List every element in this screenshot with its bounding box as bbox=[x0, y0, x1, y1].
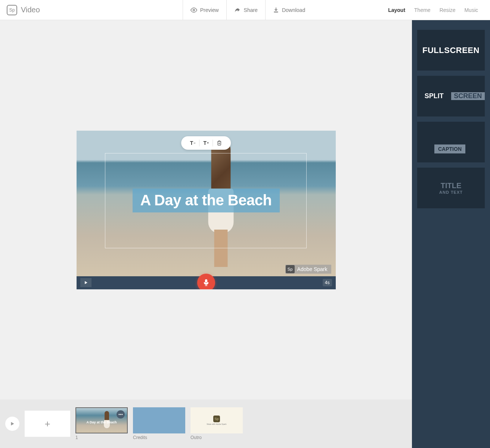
svg-point-2 bbox=[120, 414, 121, 415]
split-left-label: SPLIT bbox=[417, 92, 451, 100]
timeline-slide-outro[interactable]: Sp Made with Adobe Spark Outro bbox=[190, 407, 243, 440]
video-canvas[interactable]: A Day at the Beach T− T+ Sp Adobe Spark bbox=[77, 131, 336, 289]
download-button[interactable]: Download bbox=[265, 0, 313, 20]
svg-point-3 bbox=[122, 414, 123, 415]
header: Sp Video Preview Share Download Layout T… bbox=[0, 0, 490, 20]
slide-label: Credits bbox=[133, 435, 185, 440]
title-band[interactable]: A Day at the Beach bbox=[133, 189, 280, 212]
title-main-label: TITLE bbox=[441, 181, 462, 190]
slide-label: Outro bbox=[190, 435, 243, 440]
play-icon bbox=[84, 280, 88, 285]
watermark-text: Adobe Spark bbox=[295, 266, 331, 272]
preview-button[interactable]: Preview bbox=[183, 0, 226, 20]
microphone-icon bbox=[202, 279, 210, 286]
layout-option-fullscreen[interactable]: FULLSCREEN bbox=[417, 30, 485, 71]
outro-text: Made with Adobe Spark bbox=[207, 423, 227, 425]
slide-duration[interactable]: 4s bbox=[323, 279, 332, 286]
text-larger-button[interactable]: T+ bbox=[200, 140, 213, 146]
share-arrow-icon bbox=[234, 7, 241, 13]
canvas-wrapper: A Day at the Beach T− T+ Sp Adobe Spark bbox=[0, 20, 412, 399]
slide-title-text: A Day at the Beach bbox=[140, 192, 272, 209]
main: A Day at the Beach T− T+ Sp Adobe Spark bbox=[0, 20, 490, 448]
preview-label: Preview bbox=[200, 7, 219, 13]
thumb-title: A Day at the Beach bbox=[86, 420, 117, 424]
layout-option-split[interactable]: SPLIT SCREEN bbox=[417, 76, 485, 116]
timeline-slide-credits[interactable]: Credits bbox=[133, 407, 185, 440]
timeline-play-button[interactable] bbox=[5, 417, 19, 431]
download-icon bbox=[273, 7, 279, 13]
text-smaller-button[interactable]: T− bbox=[186, 140, 199, 146]
timeline-slide-1[interactable]: A Day at the Beach 1 bbox=[75, 407, 128, 440]
editor-area: A Day at the Beach T− T+ Sp Adobe Spark bbox=[0, 20, 412, 448]
download-label: Download bbox=[282, 7, 305, 13]
timeline: + A Day at the Beach 1 Credits Sp bbox=[0, 399, 412, 448]
layout-panel: FULLSCREEN SPLIT SCREEN CAPTION TITLE AN… bbox=[412, 20, 490, 448]
split-right-label: SCREEN bbox=[451, 92, 485, 100]
more-icon bbox=[118, 414, 123, 415]
share-button[interactable]: Share bbox=[226, 0, 265, 20]
tab-music[interactable]: Music bbox=[460, 7, 483, 13]
record-mic-button[interactable] bbox=[197, 274, 215, 289]
caption-label: CAPTION bbox=[434, 144, 465, 153]
share-label: Share bbox=[244, 7, 258, 13]
text-toolbar: T− T+ bbox=[181, 136, 231, 150]
app-logo[interactable]: Sp bbox=[7, 5, 17, 15]
slide-number: 1 bbox=[75, 435, 128, 440]
eye-icon bbox=[190, 7, 197, 13]
play-icon bbox=[10, 421, 15, 426]
app-title: Video bbox=[21, 6, 40, 14]
layout-option-title-text[interactable]: TITLE AND TEXT bbox=[417, 168, 485, 208]
watermark[interactable]: Sp Adobe Spark bbox=[285, 265, 331, 274]
slide-options-button[interactable] bbox=[117, 410, 125, 419]
svg-point-0 bbox=[193, 9, 195, 11]
title-sub-label: AND TEXT bbox=[439, 190, 463, 195]
svg-point-1 bbox=[119, 414, 120, 415]
watermark-logo: Sp bbox=[286, 265, 295, 273]
play-button[interactable] bbox=[80, 278, 92, 287]
add-slide-button[interactable]: + bbox=[25, 411, 70, 437]
layout-option-caption[interactable]: CAPTION bbox=[417, 122, 485, 162]
nav-tabs: Layout Theme Resize Music bbox=[384, 7, 490, 13]
delete-text-button[interactable] bbox=[213, 140, 226, 146]
trash-icon bbox=[217, 140, 222, 146]
tab-theme[interactable]: Theme bbox=[410, 7, 435, 13]
fullscreen-label: FULLSCREEN bbox=[422, 46, 480, 55]
tab-resize[interactable]: Resize bbox=[435, 7, 460, 13]
tab-layout[interactable]: Layout bbox=[384, 7, 410, 13]
outro-logo: Sp bbox=[213, 416, 220, 422]
logo-area: Sp Video bbox=[0, 5, 183, 15]
